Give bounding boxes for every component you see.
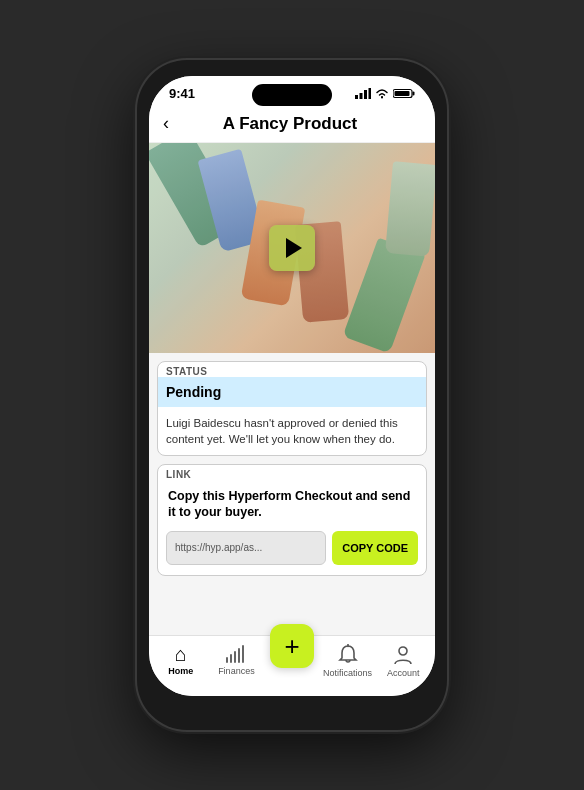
app-header: ‹ A Fancy Product [149,105,435,143]
nav-item-finances[interactable]: Finances [209,644,265,676]
link-card-label: LINK [158,465,426,480]
battery-icon [393,88,415,99]
link-card-title: Copy this Hyperform Checkout and send it… [158,480,426,525]
nav-item-account[interactable]: Account [375,644,431,678]
status-card: STATUS Pending Luigi Baidescu hasn't app… [157,361,427,456]
bottom-nav: ⌂ Home Finances + Notifications [149,635,435,696]
notifications-icon [338,644,358,666]
nav-label-home: Home [168,666,193,676]
copy-code-button[interactable]: COPY CODE [332,531,418,565]
link-input[interactable]: https://hyp.app/as... [166,531,326,565]
svg-rect-2 [364,90,367,99]
nav-label-finances: Finances [218,666,255,676]
svg-point-4 [381,97,383,99]
status-card-label: STATUS [158,362,426,377]
play-button[interactable] [269,225,315,271]
status-value: Pending [166,384,221,400]
signal-icon [355,88,371,99]
link-card: LINK Copy this Hyperform Checkout and se… [157,464,427,576]
dynamic-island [252,84,332,106]
product-video[interactable] [149,143,435,353]
svg-rect-3 [369,88,372,99]
svg-rect-6 [413,92,415,96]
status-description: Luigi Baidescu hasn't approved or denied… [158,407,426,455]
nav-label-account: Account [387,668,420,678]
status-time: 9:41 [169,86,195,101]
phone-screen: 9:41 [149,76,435,696]
fab-icon: + [284,633,299,659]
phone-shell: 9:41 [137,60,447,730]
nav-label-notifications: Notifications [323,668,372,678]
svg-rect-0 [355,95,358,99]
play-icon [286,238,302,258]
nav-item-home[interactable]: ⌂ Home [153,644,209,676]
fab-button[interactable]: + [270,624,314,668]
wifi-icon [375,88,389,99]
back-button[interactable]: ‹ [163,113,169,134]
status-icons [355,88,415,99]
nav-item-notifications[interactable]: Notifications [320,644,376,678]
status-bar: 9:41 [149,76,435,105]
account-icon [393,644,413,666]
link-row: https://hyp.app/as... COPY CODE [158,525,426,575]
home-icon: ⌂ [175,644,187,664]
finances-icon [225,644,247,664]
status-pending-row: Pending [158,377,426,407]
page-title: A Fancy Product [177,114,403,134]
svg-point-9 [399,647,407,655]
svg-rect-7 [395,91,410,96]
svg-rect-1 [360,93,363,99]
scroll-content: STATUS Pending Luigi Baidescu hasn't app… [149,143,435,635]
